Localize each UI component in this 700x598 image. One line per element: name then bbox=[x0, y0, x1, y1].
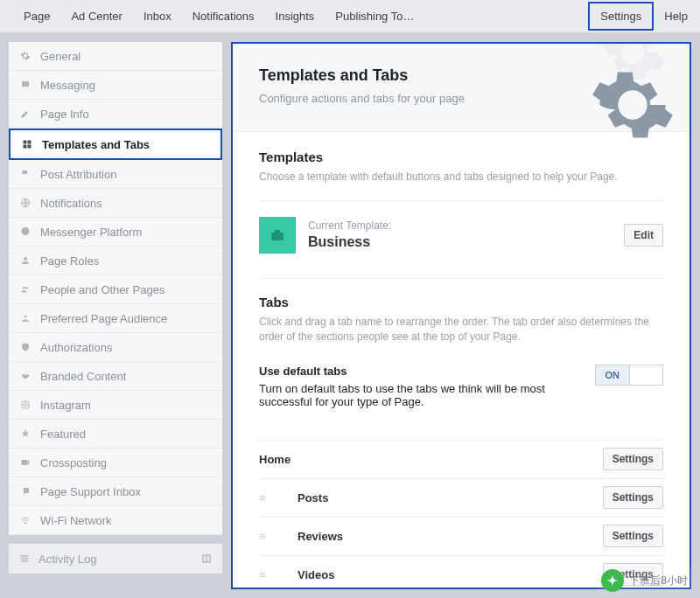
wechat-icon: ✦ bbox=[601, 569, 624, 592]
sidebar-item-branded-content[interactable]: Branded Content bbox=[9, 362, 222, 391]
sidebar-item-label: People and Other Pages bbox=[40, 283, 164, 296]
sidebar-item-authorizations[interactable]: Authorizations bbox=[9, 333, 222, 362]
svg-rect-3 bbox=[28, 145, 32, 149]
shield-icon bbox=[19, 341, 32, 353]
section-description: Click and drag a tab name to rearrange t… bbox=[259, 315, 663, 345]
nav-publishing[interactable]: Publishing To… bbox=[325, 1, 424, 31]
grid-icon bbox=[21, 138, 33, 150]
people-icon bbox=[19, 283, 32, 296]
flag-icon bbox=[19, 168, 32, 180]
sidebar-item-templates-tabs[interactable]: Templates and Tabs bbox=[9, 129, 222, 160]
tab-row-posts[interactable]: ≡ Posts Settings bbox=[259, 478, 663, 517]
svg-rect-2 bbox=[24, 145, 27, 149]
default-tabs-description: Turn on default tabs to use the tabs we … bbox=[259, 382, 578, 408]
tab-name: Home bbox=[259, 453, 591, 466]
sidebar-item-preferred-audience[interactable]: Preferred Page Audience bbox=[9, 304, 222, 333]
sidebar-activity-log[interactable]: Activity Log bbox=[9, 544, 222, 574]
svg-rect-14 bbox=[21, 556, 29, 557]
sidebar-item-label: Page Roles bbox=[40, 254, 99, 268]
nav-insights[interactable]: Insights bbox=[265, 1, 326, 31]
sidebar-item-label: Featured bbox=[40, 428, 86, 441]
tab-settings-button[interactable]: Settings bbox=[603, 448, 663, 470]
templates-section: Templates Choose a template with default… bbox=[233, 132, 690, 278]
tabs-section: Tabs Click and drag a tab name to rearra… bbox=[233, 279, 690, 345]
tab-settings-button[interactable]: Settings bbox=[603, 525, 663, 547]
drag-handle-icon[interactable]: ≡ bbox=[259, 491, 270, 504]
nav-settings[interactable]: Settings bbox=[588, 2, 654, 31]
svg-rect-10 bbox=[22, 401, 29, 408]
sidebar-item-label: Activity Log bbox=[38, 553, 96, 566]
sidebar-item-label: Authorizations bbox=[40, 341, 112, 354]
settings-sidebar: General Messaging Page Info Templates an… bbox=[9, 42, 222, 589]
top-nav: Page Ad Center Inbox Notifications Insig… bbox=[0, 0, 700, 33]
svg-rect-0 bbox=[24, 141, 27, 144]
sidebar-item-post-attribution[interactable]: Post Attribution bbox=[9, 160, 222, 189]
nav-notifications[interactable]: Notifications bbox=[182, 1, 265, 31]
handshake-icon bbox=[19, 370, 32, 382]
current-template-label: Current Template: bbox=[308, 219, 612, 232]
svg-point-5 bbox=[22, 227, 30, 235]
svg-point-9 bbox=[24, 316, 27, 318]
sidebar-item-general[interactable]: General bbox=[9, 42, 222, 71]
chat-icon bbox=[19, 79, 32, 91]
globe-icon bbox=[19, 197, 32, 209]
svg-rect-12 bbox=[22, 460, 28, 465]
sidebar-item-crossposting[interactable]: Crossposting bbox=[9, 448, 222, 477]
nav-page[interactable]: Page bbox=[13, 1, 60, 31]
tab-name: Posts bbox=[298, 491, 591, 504]
wifi-icon bbox=[19, 514, 32, 526]
expand-icon bbox=[201, 553, 212, 564]
nav-help[interactable]: Help bbox=[659, 1, 693, 31]
sidebar-item-featured[interactable]: Featured bbox=[9, 420, 222, 448]
sidebar-item-messenger[interactable]: Messenger Platform bbox=[9, 218, 222, 247]
tab-row-reviews[interactable]: ≡ Reviews Settings bbox=[259, 517, 663, 555]
sidebar-item-label: Messaging bbox=[40, 79, 95, 92]
nav-inbox[interactable]: Inbox bbox=[133, 1, 182, 31]
section-title: Templates bbox=[259, 150, 663, 164]
nav-ad-center[interactable]: Ad Center bbox=[60, 1, 133, 31]
drag-handle-icon[interactable]: ≡ bbox=[259, 568, 270, 581]
drag-handle-icon[interactable]: ≡ bbox=[259, 530, 270, 543]
svg-point-18 bbox=[624, 96, 642, 115]
sidebar-item-page-support[interactable]: Page Support Inbox bbox=[9, 477, 222, 506]
person-icon bbox=[19, 254, 32, 267]
tab-name: Reviews bbox=[298, 530, 591, 543]
section-title: Tabs bbox=[259, 295, 663, 309]
sidebar-item-label: General bbox=[40, 50, 80, 63]
default-tabs-toggle[interactable]: ON bbox=[595, 365, 663, 386]
sidebar-item-label: Crossposting bbox=[40, 456, 107, 469]
template-swatch bbox=[259, 217, 296, 254]
sidebar-item-label: Messenger Platform bbox=[40, 226, 142, 239]
sidebar-item-label: Branded Content bbox=[40, 370, 126, 383]
svg-rect-19 bbox=[271, 233, 284, 240]
svg-point-13 bbox=[24, 522, 26, 524]
sidebar-item-label: Post Attribution bbox=[40, 168, 116, 181]
instagram-icon bbox=[19, 399, 32, 411]
sidebar-item-label: Instagram bbox=[40, 399, 91, 412]
star-icon bbox=[19, 428, 32, 440]
sidebar-item-people-pages[interactable]: People and Other Pages bbox=[9, 275, 222, 304]
toggle-on-label: ON bbox=[596, 365, 630, 385]
tab-settings-button[interactable]: Settings bbox=[603, 486, 663, 509]
briefcase-icon bbox=[269, 227, 286, 243]
sidebar-item-instagram[interactable]: Instagram bbox=[9, 391, 222, 420]
current-template-name: Business bbox=[308, 234, 612, 250]
tab-list: Home Settings ≡ Posts Settings ≡ Reviews… bbox=[233, 408, 690, 589]
pencil-icon bbox=[19, 108, 32, 120]
sidebar-item-page-info[interactable]: Page Info bbox=[9, 100, 222, 129]
sidebar-item-page-roles[interactable]: Page Roles bbox=[9, 247, 222, 275]
sidebar-item-label: Notifications bbox=[40, 197, 102, 210]
sidebar-item-notifications[interactable]: Notifications bbox=[9, 189, 222, 218]
tab-name: Videos bbox=[298, 568, 591, 581]
svg-rect-16 bbox=[21, 561, 29, 562]
svg-rect-1 bbox=[28, 141, 32, 144]
watermark-text: 下班后8小时 bbox=[629, 574, 688, 588]
sidebar-item-label: Wi-Fi Network bbox=[40, 514, 112, 527]
sidebar-item-wifi[interactable]: Wi-Fi Network bbox=[9, 506, 222, 535]
edit-template-button[interactable]: Edit bbox=[624, 224, 663, 247]
sidebar-item-messaging[interactable]: Messaging bbox=[9, 71, 222, 100]
default-tabs-label: Use default tabs bbox=[259, 365, 578, 378]
sidebar-item-label: Preferred Page Audience bbox=[40, 312, 167, 325]
svg-point-7 bbox=[23, 287, 25, 289]
svg-point-8 bbox=[26, 287, 29, 289]
